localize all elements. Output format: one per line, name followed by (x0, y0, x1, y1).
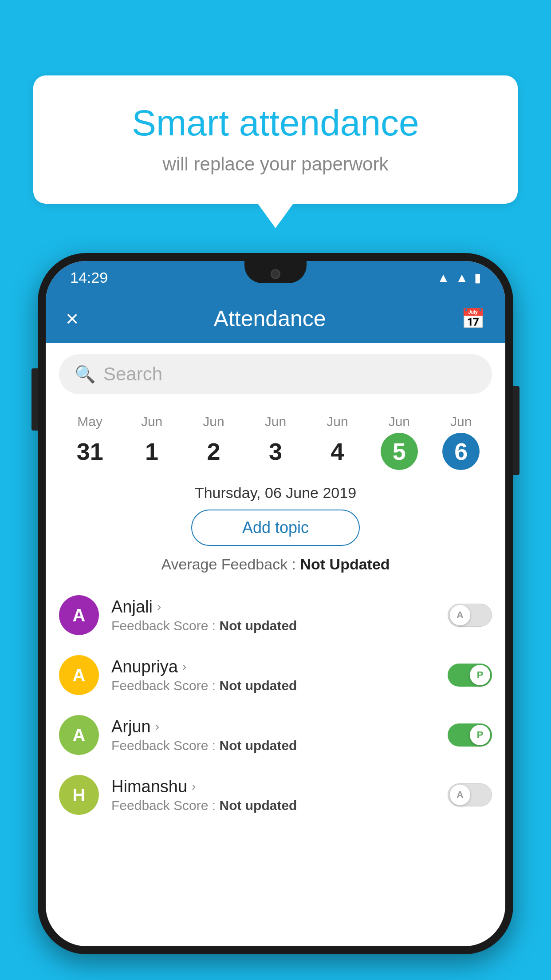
chevron-icon: › (157, 600, 161, 614)
bubble-subtitle: will replace your paperwork (55, 154, 496, 175)
camera (271, 269, 280, 279)
cal-date-number: 3 (257, 433, 294, 470)
student-feedback: Feedback Score : Not updated (111, 618, 435, 633)
attendance-toggle-wrap[interactable]: A (448, 604, 492, 627)
calendar-day-0[interactable]: May31 (59, 414, 121, 470)
student-name: Arjun › (111, 717, 435, 736)
calendar-day-3[interactable]: Jun3 (244, 414, 306, 470)
toggle-knob: P (470, 665, 490, 685)
app-bar-title: Attendance (214, 306, 326, 332)
avg-feedback-value: Not Updated (300, 556, 390, 573)
chevron-icon: › (182, 660, 186, 674)
phone-wrapper: 14:29 ▲ ▲ ▮ × Attendance 📅 🔍 Search May3… (38, 253, 513, 980)
toggle-knob: A (450, 605, 470, 625)
notch (244, 261, 307, 283)
search-icon: 🔍 (75, 364, 95, 384)
student-name: Himanshu › (111, 777, 435, 796)
calendar-day-1[interactable]: Jun1 (121, 414, 182, 470)
student-row[interactable]: HHimanshu ›Feedback Score : Not updatedA (59, 765, 492, 825)
avg-feedback: Average Feedback : Not Updated (46, 556, 505, 573)
calendar-strip: May31Jun1Jun2Jun3Jun4Jun5Jun6 (46, 405, 505, 474)
cal-month-label: Jun (430, 414, 492, 429)
feedback-value: Not updated (219, 678, 297, 693)
cal-month-label: Jun (244, 414, 306, 429)
calendar-day-6[interactable]: Jun6 (430, 414, 492, 470)
date-display: Thursday, 06 June 2019 (46, 474, 505, 510)
speech-bubble: Smart attendance will replace your paper… (33, 75, 518, 204)
phone-outer: 14:29 ▲ ▲ ▮ × Attendance 📅 🔍 Search May3… (38, 253, 513, 954)
student-feedback: Feedback Score : Not updated (111, 678, 435, 693)
bubble-title: Smart attendance (55, 102, 496, 144)
calendar-icon[interactable]: 📅 (461, 307, 485, 330)
search-container[interactable]: 🔍 Search (59, 354, 492, 394)
signal-icon: ▲ (456, 271, 468, 285)
calendar-day-5[interactable]: Jun5 (368, 414, 430, 470)
student-row[interactable]: AAnupriya ›Feedback Score : Not updatedP (59, 645, 492, 705)
avatar: A (59, 595, 99, 635)
student-info: Arjun ›Feedback Score : Not updated (111, 717, 435, 753)
attendance-toggle[interactable]: P (448, 664, 492, 687)
cal-date-number: 31 (71, 433, 109, 470)
status-icons: ▲ ▲ ▮ (437, 270, 481, 285)
avg-feedback-label: Average Feedback : (161, 556, 296, 573)
attendance-toggle[interactable]: A (448, 604, 492, 627)
attendance-toggle[interactable]: P (448, 723, 492, 747)
close-button[interactable]: × (66, 306, 79, 332)
feedback-value: Not updated (219, 738, 297, 753)
student-row[interactable]: AAnjali ›Feedback Score : Not updatedA (59, 585, 492, 645)
student-row[interactable]: AArjun ›Feedback Score : Not updatedP (59, 705, 492, 765)
status-bar: 14:29 ▲ ▲ ▮ (46, 261, 505, 294)
speech-bubble-wrapper: Smart attendance will replace your paper… (33, 75, 518, 204)
cal-month-label: Jun (183, 414, 244, 429)
cal-month-label: Jun (121, 414, 182, 429)
feedback-value: Not updated (219, 618, 297, 633)
phone-screen: 14:29 ▲ ▲ ▮ × Attendance 📅 🔍 Search May3… (46, 261, 505, 946)
cal-date-number: 5 (381, 433, 418, 470)
chevron-icon: › (192, 779, 196, 794)
attendance-toggle-wrap[interactable]: P (448, 723, 492, 747)
attendance-toggle-wrap[interactable]: A (448, 783, 492, 806)
students-list: AAnjali ›Feedback Score : Not updatedAAA… (46, 585, 505, 825)
cal-month-label: Jun (368, 414, 430, 429)
status-time: 14:29 (70, 269, 108, 286)
calendar-day-4[interactable]: Jun4 (307, 414, 368, 470)
feedback-value: Not updated (219, 798, 297, 813)
calendar-day-2[interactable]: Jun2 (183, 414, 244, 470)
cal-date-number: 1 (133, 433, 170, 470)
student-name: Anjali › (111, 597, 435, 616)
attendance-toggle-wrap[interactable]: P (448, 664, 492, 687)
app-bar: × Attendance 📅 (46, 294, 505, 343)
cal-date-number: 6 (442, 433, 480, 470)
student-info: Himanshu ›Feedback Score : Not updated (111, 777, 435, 813)
chevron-icon: › (155, 719, 159, 734)
cal-month-label: Jun (307, 414, 368, 429)
avatar: A (59, 655, 99, 695)
toggle-knob: A (450, 785, 470, 805)
cal-date-number: 4 (319, 433, 356, 470)
student-info: Anjali ›Feedback Score : Not updated (111, 597, 435, 633)
add-topic-button[interactable]: Add topic (191, 510, 360, 546)
student-name: Anupriya › (111, 657, 435, 676)
student-feedback: Feedback Score : Not updated (111, 738, 435, 753)
attendance-toggle[interactable]: A (448, 783, 492, 806)
avatar: A (59, 715, 99, 755)
avatar: H (59, 775, 99, 815)
student-feedback: Feedback Score : Not updated (111, 798, 435, 813)
cal-date-number: 2 (195, 433, 232, 470)
wifi-icon: ▲ (437, 271, 450, 285)
battery-icon: ▮ (474, 270, 481, 285)
toggle-knob: P (470, 725, 490, 745)
student-info: Anupriya ›Feedback Score : Not updated (111, 657, 435, 693)
cal-month-label: May (59, 414, 121, 429)
search-input[interactable]: Search (103, 364, 162, 385)
